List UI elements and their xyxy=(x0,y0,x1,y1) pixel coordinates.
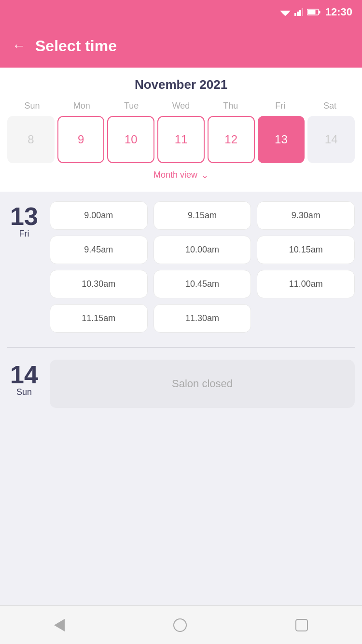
day-block-13: 13 Fri 9.00am 9.15am 9.30am 9.45am 10.00… xyxy=(7,201,355,333)
day-block-14: 14 Sun Salon closed xyxy=(7,360,355,408)
month-year-label: November 2021 xyxy=(7,77,355,92)
cal-day-13[interactable]: 13 xyxy=(258,116,305,163)
weekday-row: Sun Mon Tue Wed Thu Fri Sat xyxy=(7,101,355,111)
time-slot-1115am[interactable]: 11.15am xyxy=(50,304,148,333)
weekday-sun: Sun xyxy=(7,101,57,111)
weekday-mon: Mon xyxy=(57,101,107,111)
day-number-13: 13 xyxy=(10,204,38,229)
weekday-tue: Tue xyxy=(107,101,156,111)
app-header: ← Select time xyxy=(0,24,362,68)
time-slot-900am[interactable]: 9.00am xyxy=(50,201,148,230)
cal-day-9[interactable]: 9 xyxy=(57,116,105,163)
cal-day-11[interactable]: 11 xyxy=(157,116,205,163)
month-view-toggle[interactable]: Month view ⌄ xyxy=(7,163,355,184)
day-name-14: Sun xyxy=(16,387,32,397)
cal-day-8: 8 xyxy=(7,116,55,163)
month-view-label: Month view xyxy=(153,170,197,180)
time-slot-1100am[interactable]: 11.00am xyxy=(257,270,355,298)
day-divider xyxy=(7,347,355,348)
calendar-row: 8 9 10 11 12 13 14 xyxy=(7,116,355,163)
weekday-thu: Thu xyxy=(206,101,255,111)
time-slot-1045am[interactable]: 10.45am xyxy=(153,270,251,298)
cal-day-10[interactable]: 10 xyxy=(107,116,154,163)
wifi-icon xyxy=(280,8,291,16)
svg-rect-3 xyxy=(297,12,299,16)
time-slot-930am[interactable]: 9.30am xyxy=(257,201,355,230)
time-slot-1000am[interactable]: 10.00am xyxy=(153,236,251,264)
time-slot-1030am[interactable]: 10.30am xyxy=(50,270,148,298)
time-slot-915am[interactable]: 9.15am xyxy=(153,201,251,230)
weekday-sat: Sat xyxy=(305,101,355,111)
nav-recents-button[interactable] xyxy=(295,619,308,631)
nav-back-button[interactable] xyxy=(54,619,65,631)
signal-icon xyxy=(294,8,303,16)
battery-icon xyxy=(307,9,320,15)
svg-rect-2 xyxy=(294,13,296,16)
chevron-down-icon: ⌄ xyxy=(201,170,209,181)
nav-home-button[interactable] xyxy=(173,618,187,632)
nav-bar xyxy=(0,605,362,644)
svg-rect-4 xyxy=(299,10,301,16)
status-time: 12:30 xyxy=(325,6,352,18)
weekday-wed: Wed xyxy=(156,101,206,111)
time-slot-945am[interactable]: 9.45am xyxy=(50,236,148,264)
schedule-section: 13 Fri 9.00am 9.15am 9.30am 9.45am 10.00… xyxy=(0,192,362,605)
day-label-14: 14 Sun xyxy=(7,360,41,408)
cal-day-14: 14 xyxy=(307,116,355,163)
svg-rect-7 xyxy=(319,11,320,14)
day-number-14: 14 xyxy=(10,362,38,387)
page-title: Select time xyxy=(35,37,117,55)
calendar-section: November 2021 Sun Mon Tue Wed Thu Fri Sa… xyxy=(0,68,362,192)
day-name-13: Fri xyxy=(19,229,29,239)
time-slot-1015am[interactable]: 10.15am xyxy=(257,236,355,264)
back-button[interactable]: ← xyxy=(12,39,26,53)
status-icons xyxy=(280,8,320,16)
weekday-fri: Fri xyxy=(255,101,305,111)
status-bar: 12:30 xyxy=(0,0,362,24)
cal-day-12[interactable]: 12 xyxy=(208,116,255,163)
time-slot-1130am[interactable]: 11.30am xyxy=(153,304,251,333)
svg-rect-5 xyxy=(302,8,303,16)
time-grid-13: 9.00am 9.15am 9.30am 9.45am 10.00am 10.1… xyxy=(50,201,355,333)
day-label-13: 13 Fri xyxy=(7,201,41,333)
svg-marker-1 xyxy=(281,13,289,16)
salon-closed-label: Salon closed xyxy=(50,360,355,408)
svg-rect-8 xyxy=(307,10,315,14)
